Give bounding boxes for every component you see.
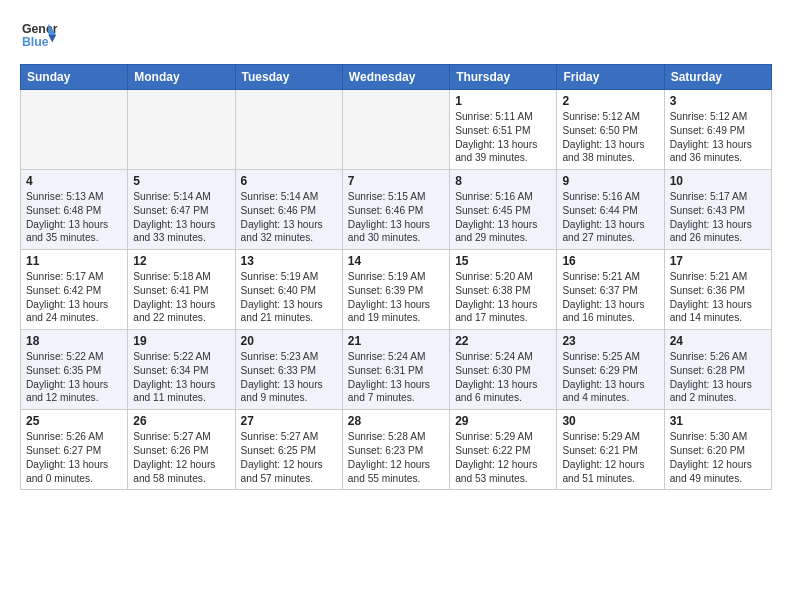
day-number: 29 (455, 414, 551, 428)
day-number: 27 (241, 414, 337, 428)
weekday-header-sunday: Sunday (21, 65, 128, 90)
day-number: 26 (133, 414, 229, 428)
day-number: 28 (348, 414, 444, 428)
calendar-day-23: 23Sunrise: 5:25 AMSunset: 6:29 PMDayligh… (557, 330, 664, 410)
calendar-day-8: 8Sunrise: 5:16 AMSunset: 6:45 PMDaylight… (450, 170, 557, 250)
day-info: Sunrise: 5:22 AMSunset: 6:35 PMDaylight:… (26, 350, 122, 405)
calendar-empty-cell (235, 90, 342, 170)
weekday-header-row: SundayMondayTuesdayWednesdayThursdayFrid… (21, 65, 772, 90)
calendar-day-10: 10Sunrise: 5:17 AMSunset: 6:43 PMDayligh… (664, 170, 771, 250)
weekday-header-friday: Friday (557, 65, 664, 90)
day-info: Sunrise: 5:26 AMSunset: 6:27 PMDaylight:… (26, 430, 122, 485)
calendar-empty-cell (21, 90, 128, 170)
day-number: 2 (562, 94, 658, 108)
weekday-header-monday: Monday (128, 65, 235, 90)
day-number: 10 (670, 174, 766, 188)
calendar-day-24: 24Sunrise: 5:26 AMSunset: 6:28 PMDayligh… (664, 330, 771, 410)
day-info: Sunrise: 5:24 AMSunset: 6:31 PMDaylight:… (348, 350, 444, 405)
calendar-week-row: 18Sunrise: 5:22 AMSunset: 6:35 PMDayligh… (21, 330, 772, 410)
day-number: 31 (670, 414, 766, 428)
day-info: Sunrise: 5:27 AMSunset: 6:26 PMDaylight:… (133, 430, 229, 485)
day-info: Sunrise: 5:29 AMSunset: 6:22 PMDaylight:… (455, 430, 551, 485)
calendar-day-28: 28Sunrise: 5:28 AMSunset: 6:23 PMDayligh… (342, 410, 449, 490)
day-number: 21 (348, 334, 444, 348)
calendar-day-7: 7Sunrise: 5:15 AMSunset: 6:46 PMDaylight… (342, 170, 449, 250)
day-number: 23 (562, 334, 658, 348)
day-info: Sunrise: 5:21 AMSunset: 6:36 PMDaylight:… (670, 270, 766, 325)
weekday-header-wednesday: Wednesday (342, 65, 449, 90)
calendar-day-15: 15Sunrise: 5:20 AMSunset: 6:38 PMDayligh… (450, 250, 557, 330)
calendar-day-20: 20Sunrise: 5:23 AMSunset: 6:33 PMDayligh… (235, 330, 342, 410)
calendar-empty-cell (128, 90, 235, 170)
day-number: 8 (455, 174, 551, 188)
day-number: 24 (670, 334, 766, 348)
day-number: 11 (26, 254, 122, 268)
day-number: 17 (670, 254, 766, 268)
weekday-header-tuesday: Tuesday (235, 65, 342, 90)
day-number: 18 (26, 334, 122, 348)
weekday-header-thursday: Thursday (450, 65, 557, 90)
day-info: Sunrise: 5:29 AMSunset: 6:21 PMDaylight:… (562, 430, 658, 485)
day-number: 9 (562, 174, 658, 188)
svg-text:Blue: Blue (22, 35, 49, 49)
calendar-day-21: 21Sunrise: 5:24 AMSunset: 6:31 PMDayligh… (342, 330, 449, 410)
day-number: 13 (241, 254, 337, 268)
calendar-week-row: 4Sunrise: 5:13 AMSunset: 6:48 PMDaylight… (21, 170, 772, 250)
header: General Blue (20, 16, 772, 54)
day-number: 15 (455, 254, 551, 268)
calendar-day-31: 31Sunrise: 5:30 AMSunset: 6:20 PMDayligh… (664, 410, 771, 490)
day-info: Sunrise: 5:17 AMSunset: 6:43 PMDaylight:… (670, 190, 766, 245)
day-info: Sunrise: 5:14 AMSunset: 6:46 PMDaylight:… (241, 190, 337, 245)
day-info: Sunrise: 5:19 AMSunset: 6:40 PMDaylight:… (241, 270, 337, 325)
calendar-day-4: 4Sunrise: 5:13 AMSunset: 6:48 PMDaylight… (21, 170, 128, 250)
calendar-day-16: 16Sunrise: 5:21 AMSunset: 6:37 PMDayligh… (557, 250, 664, 330)
day-info: Sunrise: 5:16 AMSunset: 6:45 PMDaylight:… (455, 190, 551, 245)
day-info: Sunrise: 5:26 AMSunset: 6:28 PMDaylight:… (670, 350, 766, 405)
day-number: 7 (348, 174, 444, 188)
calendar-day-18: 18Sunrise: 5:22 AMSunset: 6:35 PMDayligh… (21, 330, 128, 410)
day-number: 12 (133, 254, 229, 268)
calendar-day-27: 27Sunrise: 5:27 AMSunset: 6:25 PMDayligh… (235, 410, 342, 490)
calendar-day-12: 12Sunrise: 5:18 AMSunset: 6:41 PMDayligh… (128, 250, 235, 330)
calendar-week-row: 1Sunrise: 5:11 AMSunset: 6:51 PMDaylight… (21, 90, 772, 170)
day-info: Sunrise: 5:18 AMSunset: 6:41 PMDaylight:… (133, 270, 229, 325)
day-info: Sunrise: 5:14 AMSunset: 6:47 PMDaylight:… (133, 190, 229, 245)
day-info: Sunrise: 5:24 AMSunset: 6:30 PMDaylight:… (455, 350, 551, 405)
calendar-day-19: 19Sunrise: 5:22 AMSunset: 6:34 PMDayligh… (128, 330, 235, 410)
calendar-day-26: 26Sunrise: 5:27 AMSunset: 6:26 PMDayligh… (128, 410, 235, 490)
day-info: Sunrise: 5:27 AMSunset: 6:25 PMDaylight:… (241, 430, 337, 485)
calendar-day-11: 11Sunrise: 5:17 AMSunset: 6:42 PMDayligh… (21, 250, 128, 330)
day-info: Sunrise: 5:20 AMSunset: 6:38 PMDaylight:… (455, 270, 551, 325)
day-info: Sunrise: 5:25 AMSunset: 6:29 PMDaylight:… (562, 350, 658, 405)
generalblue-logo-icon: General Blue (20, 16, 58, 54)
day-number: 4 (26, 174, 122, 188)
calendar-day-22: 22Sunrise: 5:24 AMSunset: 6:30 PMDayligh… (450, 330, 557, 410)
weekday-header-saturday: Saturday (664, 65, 771, 90)
day-info: Sunrise: 5:17 AMSunset: 6:42 PMDaylight:… (26, 270, 122, 325)
calendar-day-30: 30Sunrise: 5:29 AMSunset: 6:21 PMDayligh… (557, 410, 664, 490)
day-number: 3 (670, 94, 766, 108)
day-info: Sunrise: 5:23 AMSunset: 6:33 PMDaylight:… (241, 350, 337, 405)
day-info: Sunrise: 5:15 AMSunset: 6:46 PMDaylight:… (348, 190, 444, 245)
day-info: Sunrise: 5:30 AMSunset: 6:20 PMDaylight:… (670, 430, 766, 485)
day-number: 22 (455, 334, 551, 348)
calendar-day-17: 17Sunrise: 5:21 AMSunset: 6:36 PMDayligh… (664, 250, 771, 330)
day-number: 1 (455, 94, 551, 108)
day-info: Sunrise: 5:19 AMSunset: 6:39 PMDaylight:… (348, 270, 444, 325)
day-number: 25 (26, 414, 122, 428)
day-info: Sunrise: 5:16 AMSunset: 6:44 PMDaylight:… (562, 190, 658, 245)
calendar-day-14: 14Sunrise: 5:19 AMSunset: 6:39 PMDayligh… (342, 250, 449, 330)
calendar-empty-cell (342, 90, 449, 170)
page: General Blue SundayMondayTuesdayWednesda… (0, 0, 792, 500)
day-info: Sunrise: 5:13 AMSunset: 6:48 PMDaylight:… (26, 190, 122, 245)
calendar-day-2: 2Sunrise: 5:12 AMSunset: 6:50 PMDaylight… (557, 90, 664, 170)
day-info: Sunrise: 5:11 AMSunset: 6:51 PMDaylight:… (455, 110, 551, 165)
calendar-day-5: 5Sunrise: 5:14 AMSunset: 6:47 PMDaylight… (128, 170, 235, 250)
day-info: Sunrise: 5:22 AMSunset: 6:34 PMDaylight:… (133, 350, 229, 405)
day-number: 16 (562, 254, 658, 268)
day-number: 5 (133, 174, 229, 188)
day-number: 20 (241, 334, 337, 348)
calendar-day-25: 25Sunrise: 5:26 AMSunset: 6:27 PMDayligh… (21, 410, 128, 490)
day-info: Sunrise: 5:28 AMSunset: 6:23 PMDaylight:… (348, 430, 444, 485)
calendar-day-3: 3Sunrise: 5:12 AMSunset: 6:49 PMDaylight… (664, 90, 771, 170)
